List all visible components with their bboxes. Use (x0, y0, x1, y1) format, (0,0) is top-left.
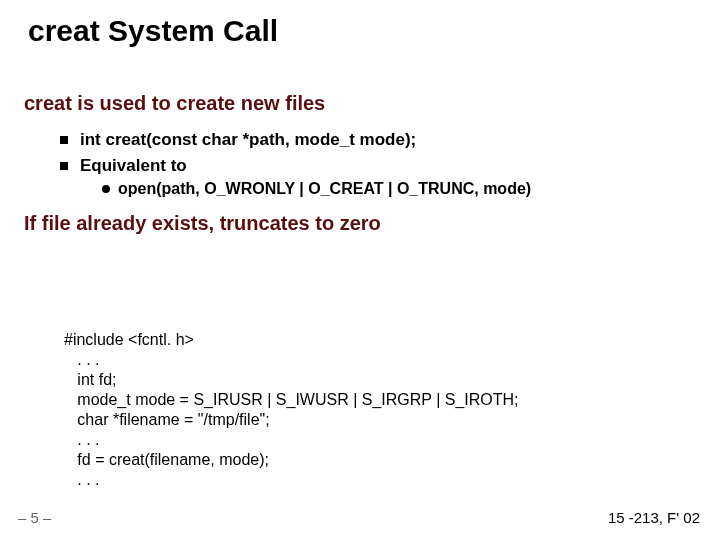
bullet-text: Equivalent to (80, 156, 187, 176)
section-heading-2: If file already exists, truncates to zer… (24, 212, 381, 235)
slide-title: creat System Call (28, 14, 278, 48)
code-line: . . . (64, 430, 519, 450)
sub-bullet-text: open(path, O_WRONLY | O_CREAT | O_TRUNC,… (118, 180, 531, 198)
course-label: 15 -213, F' 02 (608, 509, 700, 526)
code-line: int fd; (64, 370, 519, 390)
dot-bullet-icon (102, 185, 110, 193)
code-line: char *filename = "/tmp/file"; (64, 410, 519, 430)
section-heading-1: creat is used to create new files (24, 92, 325, 115)
code-line: mode_t mode = S_IRUSR | S_IWUSR | S_IRGR… (64, 390, 519, 410)
code-line: fd = creat(filename, mode); (64, 450, 519, 470)
code-block: #include <fcntl. h> . . . int fd; mode_t… (64, 330, 519, 490)
square-bullet-icon (60, 136, 68, 144)
bullet-row: Equivalent to (60, 156, 187, 176)
bullet-text: int creat(const char *path, mode_t mode)… (80, 130, 416, 150)
bullet-row: int creat(const char *path, mode_t mode)… (60, 130, 416, 150)
square-bullet-icon (60, 162, 68, 170)
code-line: . . . (64, 470, 519, 490)
slide: creat System Call creat is used to creat… (0, 0, 720, 540)
sub-bullet-row: open(path, O_WRONLY | O_CREAT | O_TRUNC,… (102, 180, 531, 198)
code-line: #include <fcntl. h> (64, 330, 519, 350)
code-line: . . . (64, 350, 519, 370)
page-number: – 5 – (18, 509, 51, 526)
